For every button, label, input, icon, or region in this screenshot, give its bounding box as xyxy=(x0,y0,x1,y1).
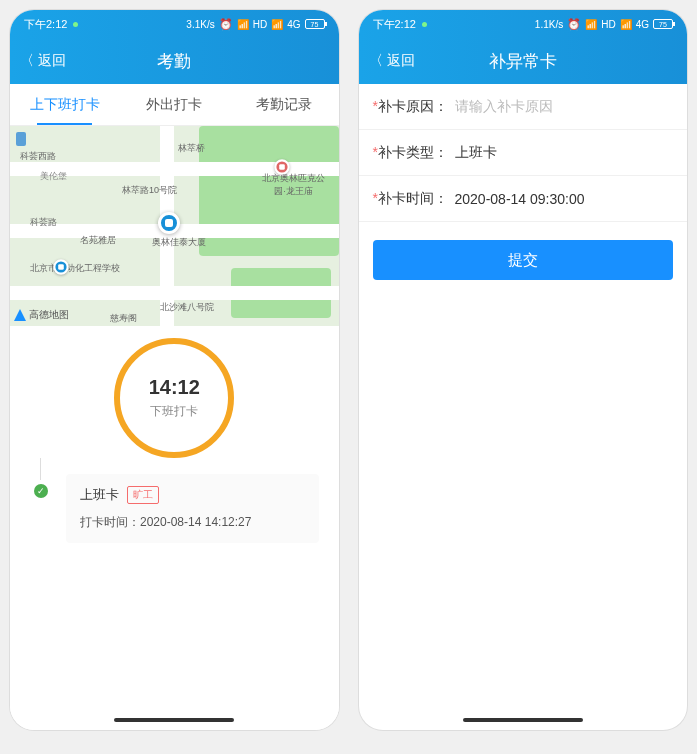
record-title: 上班卡 xyxy=(80,486,119,504)
check-icon xyxy=(34,484,48,498)
map-view[interactable]: 科荟西路 美伦堡 科荟路 名苑雅居 北京市自动化工程学校 林萃桥 林萃路10号院… xyxy=(10,126,339,326)
back-button[interactable]: 〈 返回 xyxy=(359,52,415,70)
home-indicator[interactable] xyxy=(463,718,583,722)
timeline: 上班卡 旷工 打卡时间：2020-08-14 14:12:27 xyxy=(10,458,339,543)
signal-icon: 📶 xyxy=(585,19,597,30)
status-dot-icon xyxy=(73,22,78,27)
exception-card-screen: 下午2:12 1.1K/s ⏰ 📶 HD 📶 4G 75 〈 返回 补异常卡 *… xyxy=(359,10,688,730)
timeline-line xyxy=(40,458,41,480)
reason-row[interactable]: *补卡原因： 请输入补卡原因 xyxy=(359,84,688,130)
battery-icon: 75 xyxy=(305,19,325,29)
home-indicator[interactable] xyxy=(114,718,234,722)
navbar: 〈 返回 补异常卡 xyxy=(359,38,688,84)
signal-icon-2: 📶 xyxy=(620,19,632,30)
map-label: 科荟路 xyxy=(30,216,57,229)
back-label: 返回 xyxy=(387,52,415,70)
hd-badge: HD xyxy=(253,19,267,30)
map-label: 科荟西路 xyxy=(20,150,56,163)
map-label: 慈寿阁 xyxy=(110,312,137,325)
battery-icon: 75 xyxy=(653,19,673,29)
net-speed: 3.1K/s xyxy=(186,19,214,30)
map-attribution: 高德地图 xyxy=(14,308,69,322)
status-bar: 下午2:12 3.1K/s ⏰ 📶 HD 📶 4G 75 xyxy=(10,10,339,38)
signal-icon: 📶 xyxy=(237,19,249,30)
alarm-icon: ⏰ xyxy=(567,18,581,31)
type-value[interactable]: 上班卡 xyxy=(455,144,497,162)
type-label: 补卡类型： xyxy=(378,144,448,162)
map-label: 奥林佳泰大厦 xyxy=(152,236,206,249)
tab-records[interactable]: 考勤记录 xyxy=(229,84,339,125)
alarm-icon: ⏰ xyxy=(219,18,233,31)
chevron-left-icon: 〈 xyxy=(20,52,34,70)
record-card[interactable]: 上班卡 旷工 打卡时间：2020-08-14 14:12:27 xyxy=(66,474,319,543)
net-type: 4G xyxy=(287,19,300,30)
map-label: 美伦堡 xyxy=(40,170,67,183)
school-pin-icon xyxy=(53,259,68,274)
status-time: 下午2:12 xyxy=(24,17,67,32)
map-label: 林萃路10号院 xyxy=(122,184,177,197)
type-row[interactable]: *补卡类型： 上班卡 xyxy=(359,130,688,176)
amap-logo-icon xyxy=(14,309,26,321)
map-label: 北京奥林匹克公园·龙王庙 xyxy=(259,172,329,198)
map-label: 北京市自动化工程学校 xyxy=(30,262,120,275)
time-value[interactable]: 2020-08-14 09:30:00 xyxy=(455,191,585,207)
back-button[interactable]: 〈 返回 xyxy=(10,52,66,70)
record-time-label: 打卡时间： xyxy=(80,515,140,529)
time-label: 补卡时间： xyxy=(378,190,448,208)
map-label: 林萃桥 xyxy=(178,142,205,155)
net-type: 4G xyxy=(636,19,649,30)
tab-outside[interactable]: 外出打卡 xyxy=(120,84,230,125)
map-label: 北沙滩八号院 xyxy=(160,301,214,314)
clock-time: 14:12 xyxy=(149,376,200,399)
clock-area: 14:12 下班打卡 上班卡 旷工 打卡时间：2020-08-14 14:12:… xyxy=(10,326,339,730)
status-bar: 下午2:12 1.1K/s ⏰ 📶 HD 📶 4G 75 xyxy=(359,10,688,38)
reason-input[interactable]: 请输入补卡原因 xyxy=(455,98,553,116)
record-time-value: 2020-08-14 14:12:27 xyxy=(140,515,251,529)
poi-pin-icon xyxy=(274,159,289,174)
net-speed: 1.1K/s xyxy=(535,19,563,30)
tab-commute[interactable]: 上下班打卡 xyxy=(10,84,120,125)
back-label: 返回 xyxy=(38,52,66,70)
submit-button[interactable]: 提交 xyxy=(373,240,674,280)
clock-label: 下班打卡 xyxy=(150,403,198,420)
signal-icon-2: 📶 xyxy=(271,19,283,30)
absent-badge: 旷工 xyxy=(127,486,159,504)
navbar: 〈 返回 考勤 xyxy=(10,38,339,84)
attendance-screen: 下午2:12 3.1K/s ⏰ 📶 HD 📶 4G 75 〈 返回 考勤 上下班… xyxy=(10,10,339,730)
time-row[interactable]: *补卡时间： 2020-08-14 09:30:00 xyxy=(359,176,688,222)
form: *补卡原因： 请输入补卡原因 *补卡类型： 上班卡 *补卡时间： 2020-08… xyxy=(359,84,688,222)
status-dot-icon xyxy=(422,22,427,27)
clock-in-button[interactable]: 14:12 下班打卡 xyxy=(114,338,234,458)
status-time: 下午2:12 xyxy=(373,17,416,32)
tabs: 上下班打卡 外出打卡 考勤记录 xyxy=(10,84,339,126)
map-label: 名苑雅居 xyxy=(80,234,116,247)
chevron-left-icon: 〈 xyxy=(369,52,383,70)
reason-label: 补卡原因： xyxy=(378,98,448,116)
location-pin-icon xyxy=(158,212,180,234)
hd-badge: HD xyxy=(601,19,615,30)
